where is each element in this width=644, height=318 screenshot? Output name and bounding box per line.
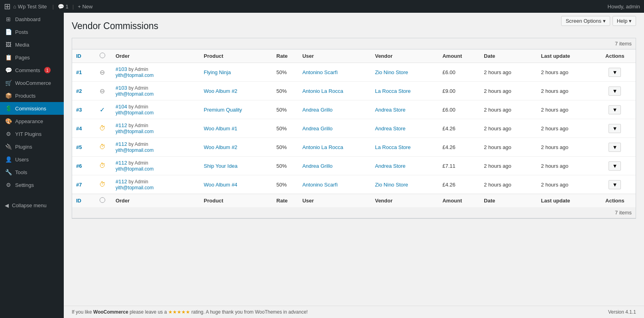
cell-status: ⏱ xyxy=(93,157,112,175)
collapse-menu[interactable]: ◀ Collapse menu xyxy=(0,199,64,212)
sidebar-item-users[interactable]: 👤 Users xyxy=(0,153,64,166)
site-name[interactable]: ⌂ Wp Test Site xyxy=(13,4,47,10)
order-email[interactable]: yith@topmail.com xyxy=(116,147,154,153)
footer-stars: ★★★★★ xyxy=(168,309,190,315)
actions-button[interactable]: ▼ xyxy=(609,143,621,152)
footer-version: Version 4.1.1 xyxy=(608,309,636,315)
order-by: by Admin xyxy=(128,67,148,72)
user-link[interactable]: Andrea Grillo xyxy=(302,163,333,169)
order-email[interactable]: yith@topmail.com xyxy=(116,73,154,78)
id-link[interactable]: #1 xyxy=(76,69,82,75)
cell-user: Andrea Grillo xyxy=(298,100,371,119)
order-link[interactable]: #103 xyxy=(116,66,127,72)
cell-order: #112 by Admin yith@topmail.com xyxy=(112,138,200,157)
settings-icon: ⚙ xyxy=(5,182,12,188)
cell-date: 2 hours ago xyxy=(480,100,537,119)
sidebar-item-dashboard[interactable]: ⊞ Dashboard xyxy=(0,13,64,26)
cell-product: Flying Ninja xyxy=(200,63,272,82)
order-link[interactable]: #112 xyxy=(116,179,127,185)
col-footer-date: Date xyxy=(480,194,537,208)
footer-bar: If you like WooCommerce please leave us … xyxy=(64,306,644,318)
user-link[interactable]: Andrea Grillo xyxy=(302,126,333,132)
vendor-link[interactable]: Andrea Store xyxy=(375,126,406,132)
sidebar-item-media[interactable]: 🖼 Media xyxy=(0,38,64,51)
actions-button[interactable]: ▼ xyxy=(609,68,621,77)
id-link[interactable]: #3 xyxy=(76,107,82,113)
sidebar-item-settings[interactable]: ⚙ Settings xyxy=(0,179,64,191)
cell-amount: £7.11 xyxy=(438,157,480,175)
sidebar-item-comments[interactable]: 💬 Comments 1 xyxy=(0,64,64,77)
order-email[interactable]: yith@topmail.com xyxy=(116,129,154,134)
col-footer-amount: Amount xyxy=(438,194,480,208)
product-link[interactable]: Premium Quality xyxy=(204,107,242,113)
appearance-icon: 🎨 xyxy=(5,118,12,124)
topbar-new[interactable]: + New xyxy=(75,4,96,10)
id-link[interactable]: #7 xyxy=(76,182,82,188)
vendor-link[interactable]: Zio Nino Store xyxy=(375,69,408,75)
vendor-link[interactable]: La Rocca Store xyxy=(375,144,411,150)
sidebar-item-appearance[interactable]: 🎨 Appearance xyxy=(0,115,64,128)
sidebar-item-posts[interactable]: 📄 Posts xyxy=(0,26,64,38)
screen-options-button[interactable]: Screen Options ▾ xyxy=(561,16,610,26)
sidebar-item-woocommerce[interactable]: 🛒 WooCommerce xyxy=(0,77,64,89)
cell-order: #112 by Admin yith@topmail.com xyxy=(112,175,200,194)
cell-vendor: Zio Nino Store xyxy=(371,175,438,194)
product-link[interactable]: Woo Album #4 xyxy=(204,182,237,188)
status-icon: ⏱ xyxy=(99,143,106,150)
commissions-icon: 💲 xyxy=(5,105,12,112)
sidebar-item-plugins[interactable]: 🔌 Plugins xyxy=(0,140,64,153)
order-link[interactable]: #112 xyxy=(116,141,127,147)
sidebar-label-woocommerce: WooCommerce xyxy=(15,80,51,86)
user-link[interactable]: Antonino Scarfì xyxy=(302,69,338,75)
order-email[interactable]: yith@topmail.com xyxy=(116,166,154,172)
sidebar-item-yit-plugins[interactable]: ⚙ YIT Plugins xyxy=(0,128,64,140)
product-link[interactable]: Woo Album #2 xyxy=(204,88,237,94)
help-button[interactable]: Help ▾ xyxy=(613,16,636,26)
sidebar-item-products[interactable]: 📦 Products xyxy=(0,89,64,102)
product-link[interactable]: Woo Album #2 xyxy=(204,144,237,150)
user-link[interactable]: Andrea Grillo xyxy=(302,107,333,113)
vendor-link[interactable]: Andrea Store xyxy=(375,163,406,169)
cell-order: #112 by Admin yith@topmail.com xyxy=(112,157,200,175)
actions-button[interactable]: ▼ xyxy=(609,105,621,114)
vendor-link[interactable]: Andrea Store xyxy=(375,107,406,113)
sidebar-item-pages[interactable]: 📋 Pages xyxy=(0,51,64,64)
product-link[interactable]: Woo Album #1 xyxy=(204,126,237,132)
order-link[interactable]: #104 xyxy=(116,104,127,110)
product-link[interactable]: Ship Your Idea xyxy=(204,163,238,169)
user-link[interactable]: Antonino Scarfì xyxy=(302,182,338,188)
footer-text-before: If you like xyxy=(72,309,93,315)
cell-user: Antonio La Rocca xyxy=(298,138,371,157)
order-link[interactable]: #103 xyxy=(116,85,127,91)
sidebar-item-tools[interactable]: 🔧 Tools xyxy=(0,166,64,179)
order-email[interactable]: yith@topmail.com xyxy=(116,110,154,116)
product-link[interactable]: Flying Ninja xyxy=(204,69,231,75)
user-link[interactable]: Antonio La Rocca xyxy=(302,144,344,150)
vendor-link[interactable]: Zio Nino Store xyxy=(375,182,408,188)
actions-button[interactable]: ▼ xyxy=(609,180,621,189)
order-email[interactable]: yith@topmail.com xyxy=(116,91,154,97)
table-row: #7 ⏱ #112 by Admin yith@topmail.com Woo … xyxy=(72,175,636,194)
order-email[interactable]: yith@topmail.com xyxy=(116,185,154,190)
actions-button[interactable]: ▼ xyxy=(609,86,621,96)
order-link[interactable]: #112 xyxy=(116,122,127,128)
col-footer-product: Product xyxy=(200,194,272,208)
id-link[interactable]: #4 xyxy=(76,126,82,132)
cell-status: ⏱ xyxy=(93,119,112,138)
vendor-link[interactable]: La Rocca Store xyxy=(375,88,411,94)
id-link[interactable]: #5 xyxy=(76,144,82,150)
comments-badge: 1 xyxy=(44,67,51,73)
topbar-comments[interactable]: 💬 1 xyxy=(55,4,72,10)
actions-button[interactable]: ▼ xyxy=(609,124,621,133)
order-link[interactable]: #112 xyxy=(116,160,127,166)
topbar-user[interactable]: Howdy, admin xyxy=(608,4,640,10)
sidebar-item-commissions[interactable]: 💲 Commissions xyxy=(0,102,64,115)
status-icon: ✓ xyxy=(100,106,105,113)
id-link[interactable]: #2 xyxy=(76,88,82,94)
id-link[interactable]: #6 xyxy=(76,163,82,169)
comments-icon: 💬 xyxy=(5,67,12,73)
cell-vendor: Andrea Store xyxy=(371,100,438,119)
user-link[interactable]: Antonio La Rocca xyxy=(302,88,344,94)
sidebar: ⊞ Dashboard 📄 Posts 🖼 Media 📋 Pages 💬 Co… xyxy=(0,13,64,318)
actions-button[interactable]: ▼ xyxy=(609,161,621,171)
